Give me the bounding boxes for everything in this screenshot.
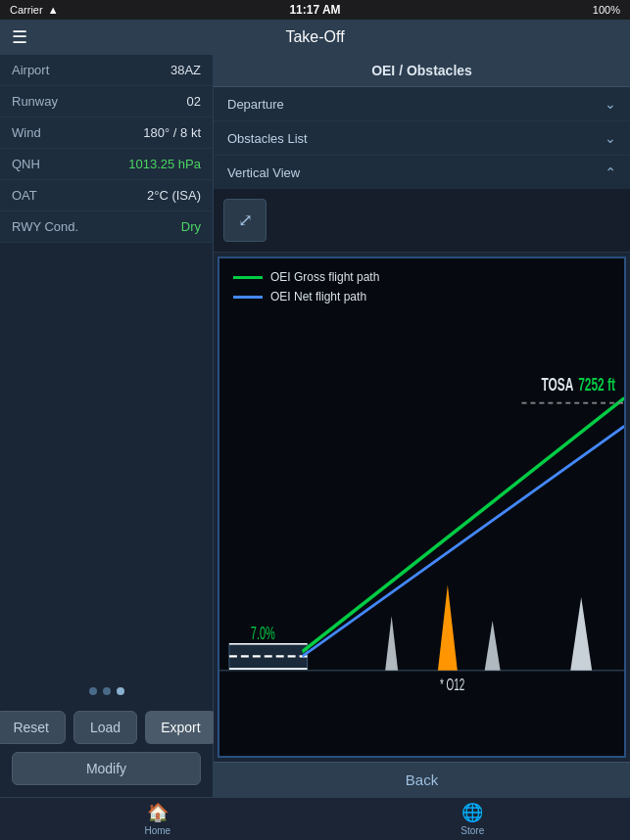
- departure-accordion: Departure ⌄: [214, 87, 630, 121]
- back-button[interactable]: Back: [406, 771, 438, 788]
- load-button[interactable]: Load: [73, 711, 137, 744]
- store-icon: 🌐: [461, 802, 483, 823]
- left-panel: Airport38AZRunway02Wind180° / 8 ktQNH101…: [0, 55, 214, 797]
- info-value-1: 02: [187, 94, 201, 109]
- page-dots: [12, 687, 201, 695]
- info-row-3: QNH1013.25 hPa: [0, 149, 213, 180]
- home-icon: 🏠: [147, 802, 169, 823]
- chart-svg: 7.0% TOSA 7252 ft * O12: [219, 258, 624, 756]
- dot-3: [117, 687, 124, 695]
- svg-text:7252 ft: 7252 ft: [578, 374, 615, 394]
- gross-line-indicator: [233, 276, 263, 279]
- info-label-1: Runway: [12, 94, 58, 109]
- reset-button[interactable]: Reset: [0, 711, 66, 744]
- info-value-5: Dry: [181, 219, 201, 234]
- info-rows: Airport38AZRunway02Wind180° / 8 ktQNH101…: [0, 55, 213, 243]
- info-label-5: RWY Cond.: [12, 219, 78, 234]
- chart-legend: OEI Gross flight path OEI Net flight pat…: [233, 270, 379, 303]
- departure-header[interactable]: Departure ⌄: [214, 87, 630, 120]
- net-line-indicator: [233, 296, 263, 299]
- info-value-4: 2°C (ISA): [147, 188, 201, 203]
- obstacles-accordion: Obstacles List ⌄: [214, 121, 630, 156]
- modify-row: Modify: [12, 752, 201, 785]
- status-bar: Carrier ▲ 11:17 AM 100%: [0, 0, 630, 20]
- action-buttons: Reset Load Export: [12, 711, 201, 744]
- tab-home[interactable]: 🏠 Home: [0, 798, 315, 840]
- info-row-4: OAT2°C (ISA): [0, 180, 213, 211]
- info-value-0: 38AZ: [170, 63, 201, 77]
- vertical-view-arrow: ⌄: [605, 164, 616, 180]
- wifi-icon: ▲: [48, 4, 59, 16]
- back-bar: Back: [214, 762, 630, 797]
- info-value-3: 1013.25 hPa: [128, 157, 201, 171]
- carrier-label: Carrier: [10, 4, 43, 16]
- info-label-2: Wind: [12, 125, 41, 140]
- info-value-2: 180° / 8 kt: [143, 125, 201, 140]
- modify-button[interactable]: Modify: [12, 752, 201, 785]
- info-row-1: Runway02: [0, 86, 213, 117]
- obstacles-header[interactable]: Obstacles List ⌄: [214, 121, 630, 155]
- store-label: Store: [460, 825, 484, 836]
- status-time: 11:17 AM: [289, 3, 340, 17]
- expand-button[interactable]: ⤢: [223, 199, 267, 242]
- info-label-4: OAT: [12, 188, 37, 203]
- info-label-3: QNH: [12, 157, 40, 171]
- obstacles-arrow: ⌄: [605, 130, 616, 146]
- net-label: OEI Net flight path: [270, 290, 366, 303]
- svg-text:7.0%: 7.0%: [251, 624, 275, 642]
- departure-arrow: ⌄: [605, 96, 616, 112]
- battery-label: 100%: [593, 4, 620, 16]
- oei-header: OEI / Obstacles: [214, 55, 630, 87]
- info-row-2: Wind180° / 8 kt: [0, 117, 213, 149]
- expand-icon-char: ⤢: [238, 210, 253, 231]
- vertical-view-header[interactable]: Vertical View ⌄: [214, 156, 630, 189]
- main-content: Airport38AZRunway02Wind180° / 8 ktQNH101…: [0, 55, 630, 797]
- svg-text:* O12: * O12: [440, 677, 464, 694]
- gross-label: OEI Gross flight path: [270, 270, 379, 284]
- export-button[interactable]: Export: [145, 711, 216, 744]
- chart-area: OEI Gross flight path OEI Net flight pat…: [218, 257, 626, 758]
- info-label-0: Airport: [12, 63, 49, 77]
- menu-button[interactable]: ☰: [12, 26, 27, 48]
- left-bottom: Reset Load Export Modify: [0, 243, 213, 797]
- vertical-view-accordion: Vertical View ⌄ ⤢: [214, 156, 630, 253]
- vertical-view-content: ⤢: [214, 189, 630, 252]
- status-right: 100%: [593, 4, 620, 16]
- dot-2: [103, 687, 111, 695]
- info-row-5: RWY Cond.Dry: [0, 211, 213, 243]
- nav-bar: ☰ Take-Off: [0, 20, 630, 55]
- legend-net: OEI Net flight path: [233, 290, 379, 303]
- dot-1: [89, 687, 97, 695]
- tab-bar: 🏠 Home 🌐 Store: [0, 797, 630, 840]
- vertical-view-label: Vertical View: [227, 165, 300, 180]
- departure-label: Departure: [227, 97, 284, 112]
- obstacles-label: Obstacles List: [227, 131, 308, 146]
- legend-gross: OEI Gross flight path: [233, 270, 379, 284]
- nav-title: Take-Off: [285, 28, 344, 46]
- tab-store[interactable]: 🌐 Store: [315, 798, 631, 840]
- home-label: Home: [144, 825, 170, 836]
- right-panel: OEI / Obstacles Departure ⌄ Obstacles Li…: [214, 55, 630, 797]
- svg-text:TOSA: TOSA: [541, 374, 573, 394]
- svg-rect-0: [219, 258, 624, 756]
- status-left: Carrier ▲: [10, 4, 59, 16]
- info-row-0: Airport38AZ: [0, 55, 213, 86]
